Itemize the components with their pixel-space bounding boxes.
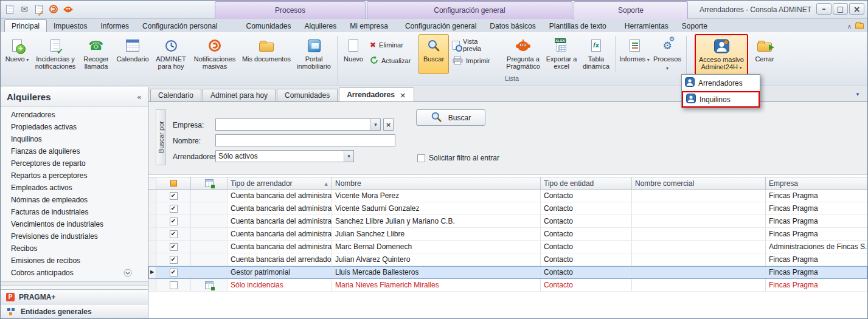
- mail-icon[interactable]: [19, 4, 30, 15]
- ribbon-tab-plantillas[interactable]: Plantillas de texto: [543, 20, 613, 32]
- column-header-tipo[interactable]: Tipo de arrendador: [227, 177, 332, 189]
- sidebar-item-cobros-anticipados[interactable]: Cobros anticipados: [1, 267, 148, 279]
- sidebar-item-repartos[interactable]: Repartos a perceptores: [1, 170, 148, 182]
- sidebar-item-inquilinos[interactable]: Inquilinos: [1, 133, 148, 145]
- nombre-field[interactable]: [215, 134, 395, 146]
- solicitar-filtro-checkbox[interactable]: Solicitar filtro al entrar: [417, 154, 499, 162]
- table-row[interactable]: Cuenta bancaria del administrador Marc B…: [148, 241, 867, 253]
- row-checkbox[interactable]: [156, 279, 191, 291]
- row-checkbox[interactable]: [156, 190, 191, 202]
- nuevo-button[interactable]: Nuevo: [3, 34, 31, 83]
- tab-calendario[interactable]: Calendario: [150, 89, 201, 101]
- quick-folder-icon[interactable]: [855, 23, 864, 29]
- sidebar-item-emisiones[interactable]: Emisiones de recibos: [1, 255, 148, 267]
- close-window-button[interactable]: [849, 3, 864, 15]
- table-row[interactable]: Cuenta bancaria del administrador Vicent…: [148, 202, 867, 215]
- column-header-empresa[interactable]: Empresa: [766, 177, 867, 189]
- row-checkbox[interactable]: [156, 241, 191, 253]
- column-header-comercial[interactable]: Nombre comercial: [632, 177, 766, 189]
- calendario-button[interactable]: Calendario: [114, 34, 151, 83]
- tab-close-icon[interactable]: [400, 91, 406, 100]
- ribbon-tab-soporte[interactable]: Soporte: [675, 20, 714, 32]
- ribbon-tab-configuracion-personal[interactable]: Configuración personal: [136, 20, 224, 32]
- menu-item-arrendadores[interactable]: Arrendadores: [682, 75, 760, 91]
- arrendadores-dropdown-icon[interactable]: [344, 151, 353, 162]
- pragmatico-robot-icon[interactable]: [63, 4, 74, 15]
- column-header-entidad[interactable]: Tipo de entidad: [541, 177, 632, 189]
- table-row-alert[interactable]: Sólo incidencias Maria Nieves Flamerich …: [148, 279, 867, 292]
- table-row[interactable]: Cuenta bancaria del administrador Sanche…: [148, 215, 867, 228]
- table-row-selected[interactable]: Gestor patrimonial Lluis Mercade Ballest…: [148, 266, 867, 279]
- chevron-down-circle-icon[interactable]: [123, 269, 132, 277]
- row-checkbox[interactable]: [156, 253, 191, 266]
- sidebar-group-pragma[interactable]: PRAGMA+: [1, 289, 148, 304]
- sidebar-item-propiedades-activas[interactable]: Propiedades activas: [1, 121, 148, 133]
- buscar-button[interactable]: Buscar: [416, 109, 485, 126]
- tab-list-dropdown-icon[interactable]: [855, 89, 860, 98]
- ribbon-tab-alquileres[interactable]: Alquileres: [298, 20, 344, 32]
- empresa-dropdown-icon[interactable]: [370, 119, 380, 130]
- ribbon-tab-mi-empresa[interactable]: Mi empresa: [343, 20, 395, 32]
- sidebar-item-recibos[interactable]: Recibos: [1, 242, 148, 255]
- filter-sidetab[interactable]: Buscar por: [156, 109, 166, 165]
- adminet-para-hoy-button[interactable]: ADMINET para hoy: [153, 34, 189, 83]
- sidebar-group-entidades[interactable]: Entidades generales: [1, 304, 148, 318]
- ribbon-tab-herramientas[interactable]: Herramientas: [618, 20, 675, 32]
- select-all-header[interactable]: [156, 177, 191, 189]
- sidebar-item-vencimientos[interactable]: Vencimientos de industriales: [1, 218, 148, 230]
- ribbon-tab-datos-basicos[interactable]: Datos básicos: [483, 20, 542, 32]
- empresa-combo[interactable]: [215, 118, 381, 131]
- tab-arrendadores[interactable]: Arrendadores: [339, 87, 414, 101]
- pregunta-pragmatico-button[interactable]: Pregunta a Pragmático: [504, 34, 543, 74]
- sidebar-splitter[interactable]: [1, 281, 148, 286]
- empresa-clear-button[interactable]: [383, 118, 394, 131]
- minimize-button[interactable]: [816, 3, 832, 15]
- exportar-excel-button[interactable]: Exportar a excel: [544, 34, 579, 74]
- sidebar-item-nominas[interactable]: Nóminas de empleados: [1, 194, 148, 206]
- row-checkbox[interactable]: [156, 228, 191, 240]
- menu-item-inquilinos[interactable]: Inquilinos: [682, 91, 760, 108]
- table-row[interactable]: Cuenta bancaria del arrendador Julian Al…: [148, 253, 867, 266]
- adminet-spiral-icon[interactable]: [48, 4, 59, 15]
- sidebar-item-perceptores[interactable]: Perceptores de reparto: [1, 157, 148, 170]
- checkbox-icon[interactable]: [417, 154, 425, 162]
- sidebar-item-previsiones[interactable]: Previsiones de industriales: [1, 230, 148, 242]
- restore-button[interactable]: [833, 3, 848, 15]
- incidencias-button[interactable]: Incidencias y notificaciones: [32, 34, 78, 83]
- vista-previa-button[interactable]: Vista previa: [450, 38, 502, 52]
- portal-inmobiliario-button[interactable]: Portal inmobiliario: [294, 34, 334, 83]
- procesos-button[interactable]: Procesos: [651, 34, 683, 74]
- actualizar-button[interactable]: Actualizar: [367, 54, 417, 67]
- eliminar-button[interactable]: Eliminar: [367, 38, 417, 52]
- nombre-input[interactable]: [216, 135, 395, 145]
- row-checkbox[interactable]: [156, 215, 191, 227]
- table-row[interactable]: Cuenta bancaria del administrador Julian…: [148, 228, 867, 241]
- ribbon-tab-principal[interactable]: Principal: [4, 19, 47, 32]
- document-icon[interactable]: [4, 4, 15, 15]
- column-header-nombre[interactable]: Nombre: [332, 177, 541, 189]
- row-checkbox[interactable]: [156, 266, 191, 278]
- edit-document-icon[interactable]: [33, 4, 44, 15]
- ribbon-tab-informes[interactable]: Informes: [94, 20, 136, 32]
- collapse-sidebar-icon[interactable]: [137, 92, 142, 101]
- collapse-ribbon-icon[interactable]: [847, 22, 852, 30]
- mis-documentos-button[interactable]: Mis documentos: [240, 34, 293, 83]
- nuevo-item-button[interactable]: Nuevo: [341, 34, 366, 74]
- sidebar-item-facturas[interactable]: Facturas de industriales: [1, 206, 148, 218]
- icon-column-header[interactable]: [191, 177, 227, 189]
- imprimir-button[interactable]: Imprimir: [450, 54, 502, 67]
- ribbon-tab-impuestos[interactable]: Impuestos: [47, 20, 94, 32]
- sidebar-item-arrendadores[interactable]: Arrendadores: [1, 109, 148, 121]
- table-row[interactable]: Cuenta bancaria del administrador Vicent…: [148, 190, 867, 202]
- notificaciones-masivas-button[interactable]: Notificaciones masivas: [190, 34, 239, 83]
- tabla-dinamica-button[interactable]: Tabla dinámica: [580, 34, 612, 74]
- empresa-input[interactable]: [216, 120, 370, 129]
- tab-adminet-para-hoy[interactable]: Adminet para hoy: [203, 89, 276, 101]
- tab-comunidades[interactable]: Comunidades: [277, 89, 338, 101]
- recoger-llamada-button[interactable]: Recoger llamada: [80, 34, 113, 83]
- buscar-ribbon-button[interactable]: Buscar: [418, 34, 449, 74]
- sidebar-item-fianzas[interactable]: Fianzas de alquileres: [1, 145, 148, 157]
- ribbon-tab-comunidades[interactable]: Comunidades: [240, 20, 298, 32]
- informes-button[interactable]: Informes: [619, 34, 650, 74]
- row-checkbox[interactable]: [156, 202, 191, 214]
